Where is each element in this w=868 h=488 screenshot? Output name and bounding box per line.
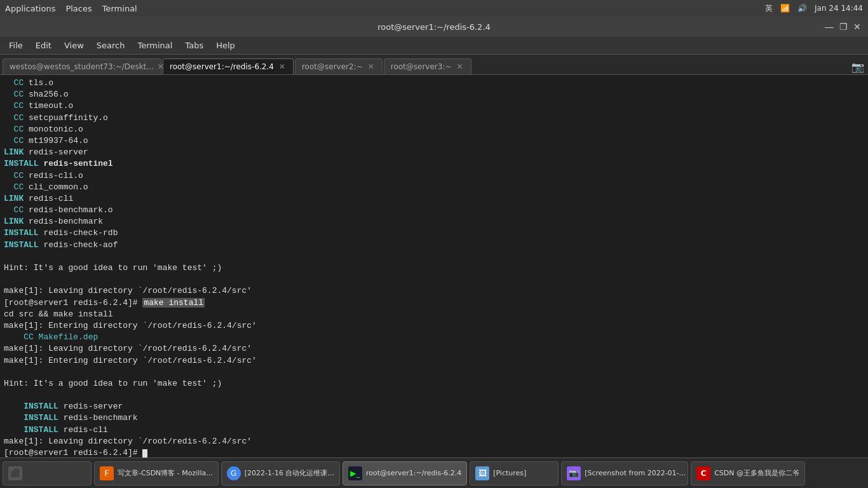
- taskbar: ⬛ F 写文章-CSDN博客 - Mozilla... G [2022-1-16…: [0, 458, 868, 488]
- line-entering2: make[1]: Entering directory `/root/redis…: [4, 355, 864, 367]
- system-bar-right: 英 📶 🔊 Jan 24 14:44: [765, 3, 863, 14]
- menu-file[interactable]: File: [3, 39, 29, 52]
- menu-terminal[interactable]: Terminal: [131, 39, 179, 52]
- tab-server1-close[interactable]: ✕: [278, 62, 287, 71]
- menu-search[interactable]: Search: [90, 39, 132, 52]
- taskbar-chrome-icon: G: [227, 466, 241, 480]
- maximize-button[interactable]: ❐: [837, 21, 849, 32]
- line-install-rdb: INSTALL redis-check-rdb: [4, 227, 864, 239]
- close-button[interactable]: ✕: [851, 21, 863, 32]
- menu-tabs[interactable]: Tabs: [179, 39, 210, 52]
- new-tab-button[interactable]: 📷: [850, 59, 865, 74]
- line-link-server: LINK redis-server: [4, 147, 864, 158]
- line-install-cli2: INSTALL redis-cli: [4, 424, 864, 436]
- taskbar-item-firefox[interactable]: F 写文章-CSDN博客 - Mozilla...: [94, 461, 219, 485]
- terminal-menu[interactable]: Terminal: [102, 4, 137, 13]
- line-make-install-cmd: [root@server1 redis-6.2.4]# make install: [4, 297, 864, 309]
- line-monotonic: CC monotonic.o: [4, 124, 864, 135]
- taskbar-pictures-icon: 🖼: [475, 466, 489, 480]
- system-bar-left: Applications Places Terminal: [5, 4, 137, 13]
- line-tls: CC tls.o: [4, 78, 864, 89]
- terminal-content[interactable]: CC tls.o CC sha256.o CC timeout.o CC set…: [0, 75, 868, 458]
- line-hint2: Hint: It's a good idea to run 'make test…: [4, 378, 864, 390]
- taskbar-csdn-icon: C: [696, 466, 710, 480]
- menu-bar: File Edit View Search Terminal Tabs Help: [0, 37, 868, 55]
- taskbar-screenshot-label: [Screenshot from 2022-01-...: [585, 469, 686, 477]
- tab-bar: westos@westos_student73:~/Deskt... ✕ roo…: [0, 55, 868, 75]
- volume-icon: 🔊: [797, 4, 807, 13]
- taskbar-item-csdn[interactable]: C CSDN @王多鱼我是你二爷: [691, 461, 805, 485]
- line-blank4: [4, 390, 864, 401]
- line-install-benchmark2: INSTALL redis-benchmark: [4, 412, 864, 424]
- line-cc-benchmark: CC redis-benchmark.o: [4, 205, 864, 216]
- line-setcpu: CC setcpuaffinity.o: [4, 112, 864, 124]
- line-install-aof: INSTALL redis-check-aof: [4, 240, 864, 251]
- tab-server3[interactable]: root@server3:~ ✕: [384, 58, 471, 74]
- tab-server2[interactable]: root@server2:~ ✕: [295, 58, 383, 74]
- line-blank3: [4, 367, 864, 378]
- line-link-cli: LINK redis-cli: [4, 193, 864, 205]
- title-bar-controls: — ❐ ✕: [824, 21, 863, 32]
- taskbar-item-terminal[interactable]: ▶_ root@server1:~/redis-6.2.4: [342, 461, 467, 485]
- line-blank1: [4, 251, 864, 262]
- line-timeout: CC timeout.o: [4, 100, 864, 112]
- window-title: root@server1:~/redis-6.2.4: [377, 22, 491, 32]
- tab-server2-close[interactable]: ✕: [367, 62, 376, 71]
- line-link-benchmark: LINK redis-benchmark: [4, 216, 864, 227]
- taskbar-terminal-label: root@server1:~/redis-6.2.4: [366, 469, 461, 477]
- line-leaving2: make[1]: Leaving directory `/root/redis-…: [4, 343, 864, 355]
- language-indicator[interactable]: 英: [765, 3, 773, 14]
- line-cc-common: CC cli_common.o: [4, 182, 864, 193]
- tab-westos[interactable]: westos@westos_student73:~/Deskt... ✕: [3, 58, 161, 74]
- taskbar-item-pictures[interactable]: 🖼 [Pictures]: [470, 461, 559, 485]
- line-entering1: make[1]: Entering directory `/root/redis…: [4, 320, 864, 332]
- taskbar-chrome-label: [2022-1-16 自动化运维课...: [245, 468, 334, 478]
- line-sha256: CC sha256.o: [4, 89, 864, 100]
- datetime-display: Jan 24 14:44: [815, 4, 863, 13]
- taskbar-pictures-label: [Pictures]: [493, 469, 526, 477]
- line-cc-cli: CC redis-cli.o: [4, 170, 864, 182]
- line-leaving1: make[1]: Leaving directory `/root/redis-…: [4, 285, 864, 297]
- taskbar-switch-icon: ⬛: [8, 466, 22, 480]
- line-blank2: [4, 274, 864, 285]
- taskbar-item-switch[interactable]: ⬛: [3, 461, 92, 485]
- menu-edit[interactable]: Edit: [29, 39, 58, 52]
- tab-server1[interactable]: root@server1:~/redis-6.2.4 ✕: [163, 58, 294, 74]
- line-final-prompt: [root@server1 redis-6.2.4]#: [4, 447, 864, 458]
- line-install-sentinel: INSTALL redis-sentinel: [4, 158, 864, 170]
- tab-server2-label: root@server2:~: [302, 62, 363, 71]
- places-menu[interactable]: Places: [65, 4, 92, 13]
- taskbar-screenshot-icon: 📷: [567, 466, 581, 480]
- taskbar-csdn-label: CSDN @王多鱼我是你二爷: [714, 468, 799, 478]
- title-bar: root@server1:~/redis-6.2.4 — ❐ ✕: [0, 17, 868, 37]
- wifi-icon: 📶: [780, 4, 790, 13]
- line-install-server2: INSTALL redis-server: [4, 401, 864, 412]
- minimize-button[interactable]: —: [824, 21, 835, 32]
- taskbar-firefox-label: 写文章-CSDN博客 - Mozilla...: [118, 468, 213, 478]
- taskbar-firefox-icon: F: [100, 466, 114, 480]
- taskbar-item-screenshot[interactable]: 📷 [Screenshot from 2022-01-...: [561, 461, 688, 485]
- taskbar-item-chrome[interactable]: G [2022-1-16 自动化运维课...: [221, 461, 340, 485]
- line-hint1: Hint: It's a good idea to run 'make test…: [4, 262, 864, 274]
- line-cd-src: cd src && make install: [4, 309, 864, 320]
- menu-help[interactable]: Help: [210, 39, 241, 52]
- line-leaving3: make[1]: Leaving directory `/root/redis-…: [4, 436, 864, 447]
- system-bar: Applications Places Terminal 英 📶 🔊 Jan 2…: [0, 0, 868, 17]
- tab-server3-close[interactable]: ✕: [456, 62, 465, 71]
- applications-menu[interactable]: Applications: [5, 4, 55, 13]
- tab-westos-label: westos@westos_student73:~/Deskt...: [10, 62, 154, 71]
- tab-server1-label: root@server1:~/redis-6.2.4: [170, 62, 274, 71]
- terminal-window: root@server1:~/redis-6.2.4 — ❐ ✕ File Ed…: [0, 17, 868, 458]
- tab-server3-label: root@server3:~: [391, 62, 452, 71]
- line-makefile-dep: CC Makefile.dep: [4, 332, 864, 343]
- line-mt19937: CC mt19937-64.o: [4, 135, 864, 147]
- menu-view[interactable]: View: [58, 39, 90, 52]
- taskbar-terminal-icon: ▶_: [348, 466, 362, 480]
